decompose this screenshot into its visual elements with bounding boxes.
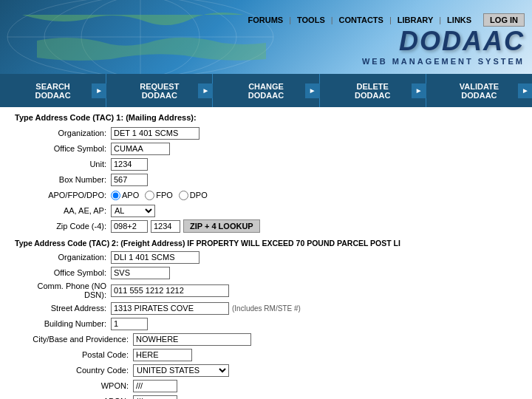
tac2-postal-row: Postal Code: (15, 348, 517, 361)
tac1-office-input[interactable] (111, 143, 170, 155)
apo-radio-label[interactable]: APO (111, 191, 139, 200)
navbar: SEARCH DODAAC ► REQUEST DODAAC ► CHANGE … (0, 74, 532, 107)
tac1-box-label: Box Number: (15, 175, 111, 184)
nav-request-dodaac[interactable]: REQUEST DODAAC ► (106, 74, 213, 107)
tac2-street-label: Street Address: (15, 304, 111, 313)
includes-note: (Includes RM/STE #) (232, 304, 301, 313)
tac2-wpon-label: WPON: (15, 381, 133, 390)
nav-request-label: REQUEST DODAAC (140, 82, 179, 100)
tac2-apon-input[interactable] (133, 395, 177, 400)
tac2-office-label: Office Symbol: (15, 268, 111, 277)
tac2-wpon-row: WPON: (15, 379, 517, 392)
tools-link[interactable]: TOOLS (291, 16, 331, 24)
logo-subtitle: WEB MANAGEMENT SYSTEM (362, 57, 525, 66)
nav-search-label: SEARCH DODAAC (35, 82, 70, 100)
tac2-street-row: Street Address: (Includes RM/STE #) (15, 301, 517, 315)
tac2-phone-label: Comm. Phone (NO DSN): (15, 282, 111, 299)
dpo-radio-label[interactable]: DPO (179, 191, 208, 200)
tac1-zip-input[interactable] (111, 220, 148, 233)
tac2-building-row: Building Number: (15, 317, 517, 330)
nav-search-dodaac[interactable]: SEARCH DODAAC ► (0, 74, 106, 107)
tac2-building-label: Building Number: (15, 319, 111, 328)
tac2-org-input[interactable] (111, 251, 200, 264)
tac2-office-row: Office Symbol: (15, 266, 517, 279)
tac1-unit-input[interactable] (111, 158, 148, 171)
tac2-title: Type Address Code (TAC) 2: (Freight Addr… (15, 239, 517, 248)
nav-validate-dodaac[interactable]: VALIDATE DODAAC ► (426, 74, 532, 107)
nav-delete-arrow: ► (412, 83, 426, 98)
nav-change-label: CHANGE DODAAC (248, 82, 284, 100)
tac1-office-label: Office Symbol: (15, 144, 111, 153)
tac1-org-label: Organization: (15, 129, 111, 137)
tac2-city-label: City/Base and Providence: (15, 335, 133, 344)
tac1-box-row: Box Number: (15, 173, 517, 186)
tac2-wpon-input[interactable] (133, 380, 177, 392)
links-link[interactable]: LINKS (441, 16, 477, 24)
zip-lookup-button[interactable]: ZIP + 4 LOOKUP (183, 219, 260, 233)
tac1-org-row: Organization: (15, 126, 517, 140)
nav-search-arrow: ► (92, 83, 106, 98)
nav-delete-label: DELETE DODAAC (355, 82, 390, 100)
tac2-city-input[interactable] (133, 333, 251, 346)
nav-delete-dodaac[interactable]: DELETE DODAAC ► (320, 74, 426, 107)
tac2-country-label: Country Code: (15, 366, 133, 375)
nav-validate-arrow: ► (518, 83, 532, 98)
tac2-country-select[interactable]: UNITED STATES (133, 364, 229, 377)
tac2-org-row: Organization: (15, 250, 517, 264)
login-button[interactable]: LOG IN (483, 13, 525, 27)
tac2-city-row: City/Base and Providence: (15, 332, 517, 346)
tac1-aa-select[interactable]: AL (111, 205, 155, 217)
tac1-aa-label: AA, AE, AP: (15, 206, 111, 215)
tac2-office-input[interactable] (111, 267, 170, 279)
apo-radio[interactable] (111, 191, 120, 200)
library-link[interactable]: LIBRARY (392, 16, 439, 24)
tac1-aa-row: AA, AE, AP: AL (15, 204, 517, 217)
tac1-apo-row: APO/FPO/DPO: APO FPO DPO (15, 188, 517, 202)
dpo-radio[interactable] (179, 191, 188, 200)
tac1-office-row: Office Symbol: (15, 142, 517, 155)
tac1-radio-group: APO FPO DPO (111, 191, 208, 200)
tac1-zip-row: Zip Code (-4): ZIP + 4 LOOKUP (15, 219, 517, 233)
tac1-box-input[interactable] (111, 174, 148, 186)
forums-link[interactable]: FORUMS (242, 16, 290, 24)
content-area: Type Address Code (TAC) 1: (Mailing Addr… (0, 107, 532, 399)
tac1-unit-row: Unit: (15, 157, 517, 171)
nav-change-arrow: ► (305, 83, 320, 98)
tac2-postal-input[interactable] (133, 349, 192, 361)
tac1-org-input[interactable] (111, 127, 200, 140)
tac1-zip-label: Zip Code (-4): (15, 222, 111, 231)
logo-area: DODAAC WEB MANAGEMENT SYSTEM (362, 26, 525, 66)
tac2-phone-input[interactable] (111, 284, 229, 297)
tac2-phone-row: Comm. Phone (NO DSN): (15, 282, 517, 299)
nav-change-dodaac[interactable]: CHANGE DODAAC ► (213, 74, 319, 107)
tac2-building-input[interactable] (111, 318, 148, 330)
logo-text: DODAAC (362, 26, 525, 57)
header: FORUMS | TOOLS | CONTACTS | LIBRARY | LI… (0, 0, 532, 74)
globe-decoration (0, 0, 281, 74)
tac2-org-label: Organization: (15, 253, 111, 262)
tac2-street-input[interactable] (111, 302, 229, 315)
contacts-link[interactable]: CONTACTS (333, 16, 389, 24)
tac2-apon-row: APON: (15, 395, 517, 399)
nav-validate-label: VALIDATE DODAAC (460, 82, 499, 100)
tac2-country-row: Country Code: UNITED STATES (15, 364, 517, 377)
tac1-apo-label: APO/FPO/DPO: (15, 191, 111, 200)
tac2-postal-label: Postal Code: (15, 350, 133, 359)
nav-request-arrow: ► (198, 83, 213, 98)
header-nav: FORUMS | TOOLS | CONTACTS | LIBRARY | LI… (242, 13, 525, 27)
tac1-title: Type Address Code (TAC) 1: (Mailing Addr… (15, 113, 517, 122)
fpo-radio-label[interactable]: FPO (145, 191, 173, 200)
fpo-radio[interactable] (145, 191, 154, 200)
tac1-zip4-input[interactable] (151, 220, 180, 233)
tac1-unit-label: Unit: (15, 160, 111, 168)
